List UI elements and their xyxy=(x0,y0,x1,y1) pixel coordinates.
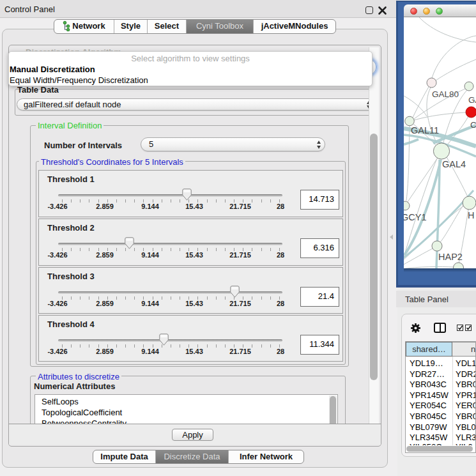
svg-text:HAP2: HAP2 xyxy=(438,252,463,262)
svg-text:GAL4: GAL4 xyxy=(442,159,466,169)
svg-text:GAL11: GAL11 xyxy=(411,125,439,135)
svg-text:C: C xyxy=(470,120,476,130)
svg-text:GCY1: GCY1 xyxy=(404,212,427,222)
svg-text:GAL80: GAL80 xyxy=(432,89,459,99)
svg-text:GA: GA xyxy=(468,95,476,105)
svg-text:H: H xyxy=(468,210,474,220)
